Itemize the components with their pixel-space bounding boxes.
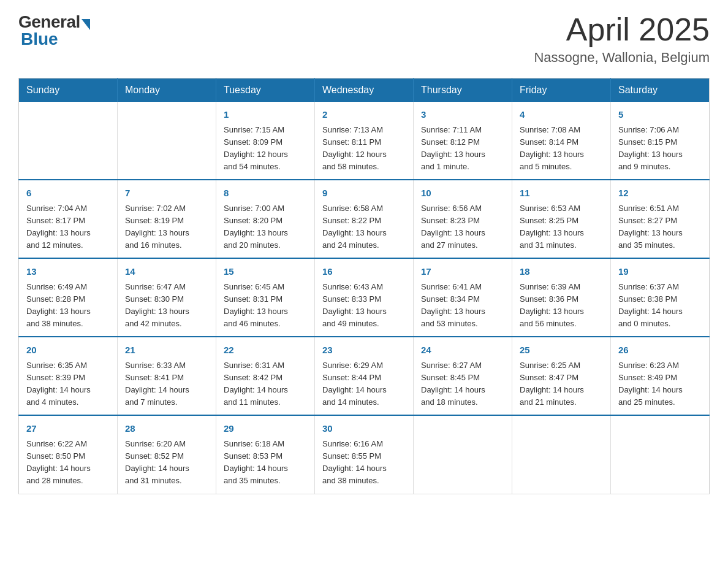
calendar-cell: 22Sunrise: 6:31 AMSunset: 8:42 PMDayligh… (216, 337, 315, 415)
day-number: 9 (322, 186, 406, 201)
day-info: Sunrise: 6:56 AMSunset: 8:23 PMDaylight:… (421, 202, 504, 252)
day-number: 7 (125, 186, 208, 201)
weekday-header-wednesday: Wednesday (315, 79, 414, 102)
calendar-cell: 5Sunrise: 7:06 AMSunset: 8:15 PMDaylight… (611, 102, 710, 180)
calendar-cell: 30Sunrise: 6:16 AMSunset: 8:55 PMDayligh… (315, 415, 414, 494)
calendar-cell: 28Sunrise: 6:20 AMSunset: 8:52 PMDayligh… (118, 415, 216, 494)
day-info: Sunrise: 7:00 AMSunset: 8:20 PMDaylight:… (224, 202, 307, 252)
calendar-cell: 18Sunrise: 6:39 AMSunset: 8:36 PMDayligh… (512, 258, 611, 337)
page-header: General Blue April 2025 Nassogne, Wallon… (18, 12, 710, 66)
weekday-header-monday: Monday (118, 79, 216, 102)
calendar-cell: 6Sunrise: 7:04 AMSunset: 8:17 PMDaylight… (19, 180, 118, 258)
calendar-week-row: 6Sunrise: 7:04 AMSunset: 8:17 PMDaylight… (19, 180, 710, 258)
calendar-cell: 15Sunrise: 6:45 AMSunset: 8:31 PMDayligh… (216, 258, 315, 337)
calendar-cell: 25Sunrise: 6:25 AMSunset: 8:47 PMDayligh… (512, 337, 611, 415)
calendar-body: 1Sunrise: 7:15 AMSunset: 8:09 PMDaylight… (19, 102, 710, 494)
title-area: April 2025 Nassogne, Wallonia, Belgium (534, 12, 710, 66)
day-number: 24 (421, 343, 504, 358)
day-info: Sunrise: 6:23 AMSunset: 8:49 PMDaylight:… (618, 359, 702, 409)
day-number: 21 (125, 343, 208, 358)
day-info: Sunrise: 6:51 AMSunset: 8:27 PMDaylight:… (618, 202, 702, 252)
weekday-header-saturday: Saturday (611, 79, 710, 102)
weekday-header-sunday: Sunday (19, 79, 118, 102)
day-info: Sunrise: 6:18 AMSunset: 8:53 PMDaylight:… (224, 438, 307, 488)
weekday-header-row: SundayMondayTuesdayWednesdayThursdayFrid… (19, 79, 710, 102)
weekday-header-thursday: Thursday (414, 79, 512, 102)
day-info: Sunrise: 6:47 AMSunset: 8:30 PMDaylight:… (125, 281, 208, 331)
calendar-table: SundayMondayTuesdayWednesdayThursdayFrid… (18, 78, 710, 494)
weekday-header-friday: Friday (512, 79, 611, 102)
day-info: Sunrise: 7:08 AMSunset: 8:14 PMDaylight:… (520, 124, 603, 174)
day-number: 8 (224, 186, 307, 201)
calendar-cell: 8Sunrise: 7:00 AMSunset: 8:20 PMDaylight… (216, 180, 315, 258)
day-number: 3 (421, 108, 504, 122)
day-number: 18 (520, 265, 603, 279)
weekday-header-tuesday: Tuesday (216, 79, 315, 102)
calendar-cell: 24Sunrise: 6:27 AMSunset: 8:45 PMDayligh… (414, 337, 512, 415)
day-number: 25 (520, 343, 603, 358)
day-number: 2 (322, 108, 406, 122)
calendar-cell: 23Sunrise: 6:29 AMSunset: 8:44 PMDayligh… (315, 337, 414, 415)
day-number: 12 (618, 186, 702, 201)
calendar-week-row: 20Sunrise: 6:35 AMSunset: 8:39 PMDayligh… (19, 337, 710, 415)
calendar-cell: 17Sunrise: 6:41 AMSunset: 8:34 PMDayligh… (414, 258, 512, 337)
day-info: Sunrise: 6:16 AMSunset: 8:55 PMDaylight:… (322, 438, 406, 488)
day-number: 23 (322, 343, 406, 358)
day-number: 20 (26, 343, 110, 358)
day-info: Sunrise: 6:49 AMSunset: 8:28 PMDaylight:… (26, 281, 110, 331)
calendar-cell: 16Sunrise: 6:43 AMSunset: 8:33 PMDayligh… (315, 258, 414, 337)
calendar-cell (611, 415, 710, 494)
logo-arrow-icon (82, 19, 90, 30)
day-number: 30 (322, 422, 406, 436)
calendar-cell: 2Sunrise: 7:13 AMSunset: 8:11 PMDaylight… (315, 102, 414, 180)
day-info: Sunrise: 6:20 AMSunset: 8:52 PMDaylight:… (125, 438, 208, 488)
day-number: 14 (125, 265, 208, 279)
calendar-cell (512, 415, 611, 494)
calendar-cell: 11Sunrise: 6:53 AMSunset: 8:25 PMDayligh… (512, 180, 611, 258)
day-number: 22 (224, 343, 307, 358)
day-info: Sunrise: 6:29 AMSunset: 8:44 PMDaylight:… (322, 359, 406, 409)
day-info: Sunrise: 6:45 AMSunset: 8:31 PMDaylight:… (224, 281, 307, 331)
day-number: 5 (618, 108, 702, 122)
calendar-cell: 12Sunrise: 6:51 AMSunset: 8:27 PMDayligh… (611, 180, 710, 258)
day-info: Sunrise: 6:58 AMSunset: 8:22 PMDaylight:… (322, 202, 406, 252)
calendar-cell: 27Sunrise: 6:22 AMSunset: 8:50 PMDayligh… (19, 415, 118, 494)
calendar-cell: 20Sunrise: 6:35 AMSunset: 8:39 PMDayligh… (19, 337, 118, 415)
day-info: Sunrise: 7:15 AMSunset: 8:09 PMDaylight:… (224, 124, 307, 174)
day-info: Sunrise: 6:27 AMSunset: 8:45 PMDaylight:… (421, 359, 504, 409)
day-info: Sunrise: 6:22 AMSunset: 8:50 PMDaylight:… (26, 438, 110, 488)
calendar-cell (414, 415, 512, 494)
day-info: Sunrise: 7:06 AMSunset: 8:15 PMDaylight:… (618, 124, 702, 174)
day-number: 15 (224, 265, 307, 279)
day-info: Sunrise: 6:33 AMSunset: 8:41 PMDaylight:… (125, 359, 208, 409)
calendar-cell: 9Sunrise: 6:58 AMSunset: 8:22 PMDaylight… (315, 180, 414, 258)
calendar-cell (19, 102, 118, 180)
day-number: 28 (125, 422, 208, 436)
day-info: Sunrise: 6:37 AMSunset: 8:38 PMDaylight:… (618, 281, 702, 331)
calendar-cell: 21Sunrise: 6:33 AMSunset: 8:41 PMDayligh… (118, 337, 216, 415)
logo: General Blue (18, 12, 90, 49)
month-title: April 2025 (534, 12, 710, 47)
day-number: 27 (26, 422, 110, 436)
day-number: 13 (26, 265, 110, 279)
calendar-week-row: 1Sunrise: 7:15 AMSunset: 8:09 PMDaylight… (19, 102, 710, 180)
calendar-cell: 29Sunrise: 6:18 AMSunset: 8:53 PMDayligh… (216, 415, 315, 494)
calendar-cell: 4Sunrise: 7:08 AMSunset: 8:14 PMDaylight… (512, 102, 611, 180)
calendar-cell: 7Sunrise: 7:02 AMSunset: 8:19 PMDaylight… (118, 180, 216, 258)
calendar-cell (118, 102, 216, 180)
calendar-cell: 26Sunrise: 6:23 AMSunset: 8:49 PMDayligh… (611, 337, 710, 415)
day-number: 17 (421, 265, 504, 279)
calendar-week-row: 27Sunrise: 6:22 AMSunset: 8:50 PMDayligh… (19, 415, 710, 494)
day-info: Sunrise: 7:13 AMSunset: 8:11 PMDaylight:… (322, 124, 406, 174)
day-number: 6 (26, 186, 110, 201)
calendar-week-row: 13Sunrise: 6:49 AMSunset: 8:28 PMDayligh… (19, 258, 710, 337)
day-number: 16 (322, 265, 406, 279)
calendar-cell: 13Sunrise: 6:49 AMSunset: 8:28 PMDayligh… (19, 258, 118, 337)
logo-blue-text: Blue (21, 29, 58, 49)
day-info: Sunrise: 6:25 AMSunset: 8:47 PMDaylight:… (520, 359, 603, 409)
day-info: Sunrise: 7:02 AMSunset: 8:19 PMDaylight:… (125, 202, 208, 252)
calendar-cell: 19Sunrise: 6:37 AMSunset: 8:38 PMDayligh… (611, 258, 710, 337)
location-subtitle: Nassogne, Wallonia, Belgium (534, 50, 710, 66)
day-info: Sunrise: 7:04 AMSunset: 8:17 PMDaylight:… (26, 202, 110, 252)
calendar-header: SundayMondayTuesdayWednesdayThursdayFrid… (19, 79, 710, 102)
